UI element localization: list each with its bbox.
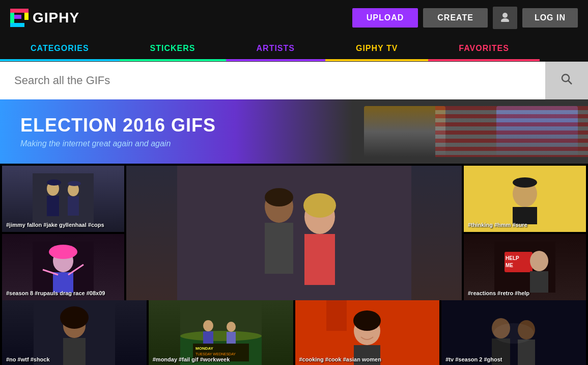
search-input[interactable] <box>0 63 545 98</box>
monday-illustration: MONDAY TUESDAY WEDNESDAY <box>180 300 262 365</box>
thinking-illustration <box>494 173 555 224</box>
nav-item-stickers[interactable]: STICKERS <box>120 36 226 61</box>
svg-rect-20 <box>304 234 335 285</box>
header-right: UPLOAD CREATE LOG IN <box>352 7 578 29</box>
gif-item-thinking[interactable]: #thinking #hmm #sure <box>464 166 586 232</box>
banner-images <box>344 99 588 164</box>
svg-point-6 <box>501 18 509 22</box>
svg-text:HELP: HELP <box>506 255 519 261</box>
banner-text: ELECTION 2016 GIFS Making the internet g… <box>20 115 216 148</box>
svg-rect-9 <box>33 173 94 224</box>
banner-title: ELECTION 2016 GIFS <box>20 115 216 136</box>
logo-area: GIPHY <box>10 9 79 27</box>
svg-point-15 <box>68 181 81 186</box>
gif-grid-main: #jimmy fallon #jake gyllenhaal #cops <box>0 164 588 300</box>
svg-point-37 <box>530 251 548 271</box>
gif-item-cops[interactable]: #jimmy fallon #jake gyllenhaal #cops <box>2 166 124 232</box>
giphy-logo-icon <box>10 9 29 27</box>
svg-point-63 <box>493 323 534 344</box>
svg-text:ME: ME <box>506 263 513 268</box>
gif-item-no[interactable]: #no #wtf #shock <box>2 300 147 365</box>
couple-illustration <box>177 166 411 300</box>
svg-point-5 <box>502 13 508 18</box>
dragrace-illustration <box>33 242 94 293</box>
gif-item-cooking[interactable]: #cooking #cook #asian women <box>295 300 440 365</box>
gif-item-tv[interactable]: #tv #season 2 #ghost <box>441 300 586 365</box>
banner-subtitle: Making the internet great again and agai… <box>20 139 216 148</box>
svg-rect-16 <box>177 166 411 300</box>
svg-point-22 <box>265 188 293 206</box>
header: GIPHY UPLOAD CREATE LOG IN <box>0 0 588 36</box>
svg-point-56 <box>353 310 381 331</box>
svg-point-12 <box>47 179 61 186</box>
gif-tag-retro: #reactions #retro #help <box>468 290 529 296</box>
retro-illustration: HELP ME <box>494 242 555 293</box>
gif-tag-cooking: #cooking #cook #asian women <box>299 356 381 362</box>
nav-item-artists[interactable]: ARTISTS <box>226 36 325 61</box>
svg-rect-38 <box>530 271 548 293</box>
nav-item-giphytv[interactable]: GIPHY TV <box>325 36 428 61</box>
svg-point-46 <box>203 320 213 331</box>
svg-rect-1 <box>10 9 29 13</box>
svg-text:TUESDAY WEDNESDAY: TUESDAY WEDNESDAY <box>195 352 236 356</box>
svg-rect-62 <box>518 340 535 365</box>
svg-point-26 <box>513 177 537 188</box>
svg-point-7 <box>562 74 569 82</box>
svg-point-45 <box>180 331 262 341</box>
gif-item-monday[interactable]: MONDAY TUESDAY WEDNESDAY #monday #fail g… <box>149 300 293 365</box>
gif-tag-dragrace: #season 8 #rupauls drag race #08x09 <box>6 290 105 296</box>
svg-rect-18 <box>265 223 293 274</box>
gif-tag-cops: #jimmy fallon #jake gyllenhaal #cops <box>6 222 104 228</box>
nav-item-favorites[interactable]: FAVORITES <box>428 36 540 61</box>
svg-rect-2 <box>24 13 29 20</box>
search-icon <box>561 73 573 85</box>
no-illustration <box>34 300 115 365</box>
login-button[interactable]: LOG IN <box>522 8 578 28</box>
nav-item-categories[interactable]: CATEGORIES <box>0 36 120 61</box>
svg-rect-57 <box>326 300 347 331</box>
svg-line-8 <box>569 81 572 85</box>
gif-grid-bottom: #no #wtf #shock MONDAY TUESDAY WEDNESDAY… <box>0 300 588 365</box>
svg-point-48 <box>227 322 236 332</box>
svg-point-21 <box>303 193 336 218</box>
svg-point-30 <box>49 245 77 259</box>
cooking-illustration <box>326 300 408 365</box>
search-button[interactable] <box>545 62 588 99</box>
cops-illustration <box>33 173 94 224</box>
svg-rect-34 <box>505 252 533 272</box>
svg-rect-14 <box>68 196 79 216</box>
create-button[interactable]: CREATE <box>423 8 488 28</box>
gif-tag-no: #no #wtf #shock <box>6 356 50 362</box>
main-nav: CATEGORIES STICKERS ARTISTS GIPHY TV FAV… <box>0 36 588 62</box>
svg-text:MONDAY: MONDAY <box>195 346 213 351</box>
upload-button[interactable]: UPLOAD <box>352 8 418 28</box>
gif-item-couple[interactable] <box>126 166 462 300</box>
search-bar <box>0 62 588 99</box>
svg-point-42 <box>60 306 89 329</box>
gif-tag-thinking: #thinking #hmm #sure <box>468 222 527 228</box>
svg-rect-41 <box>63 338 86 365</box>
election-banner[interactable]: ELECTION 2016 GIFS Making the internet g… <box>0 99 588 164</box>
user-icon-button[interactable] <box>493 7 517 29</box>
logo-text: GIPHY <box>33 10 79 26</box>
svg-rect-3 <box>10 23 24 27</box>
user-icon <box>500 12 510 22</box>
gif-item-retro[interactable]: HELP ME #reactions #retro #help <box>464 234 586 300</box>
gif-item-dragrace[interactable]: #season 8 #rupauls drag race #08x09 <box>2 234 124 300</box>
svg-rect-4 <box>14 15 21 19</box>
tv-illustration <box>473 300 554 365</box>
gif-tag-tv: #tv #season 2 #ghost <box>445 356 502 362</box>
svg-rect-29 <box>53 272 73 293</box>
svg-rect-11 <box>47 196 59 216</box>
gif-tag-monday: #monday #fail gif #workweek <box>153 356 230 362</box>
